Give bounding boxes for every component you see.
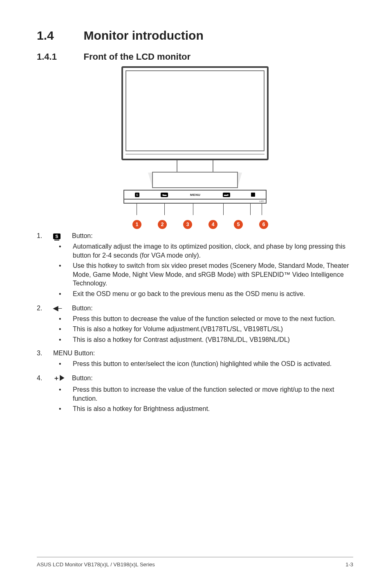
figure: S ◂▬ MENU ▬▸ LED 1 2 3 4	[37, 66, 353, 229]
callout-2: 2	[158, 220, 167, 229]
section-title: Monitor introduction	[83, 29, 203, 43]
panel-button-power-icon	[251, 193, 255, 197]
bullet: Automatically adjust the image to its op…	[59, 242, 353, 260]
subsection-title: Front of the LCD monitor	[83, 52, 191, 62]
list-item: 3. MENU Button: Press this button to ent…	[37, 350, 353, 368]
bullet: Press this button to increase the value …	[59, 385, 353, 403]
bullet: Press this button to enter/select the ic…	[59, 359, 353, 368]
splendid-icon: S	[53, 233, 72, 239]
bullet: This is also a hotkey for Brightness adj…	[59, 404, 353, 413]
item-label: Button:	[72, 375, 93, 382]
item-label: Button:	[72, 232, 93, 240]
callout-4: 4	[208, 220, 217, 229]
plus-right-arrow-icon: ＋▶	[53, 374, 72, 383]
monitor-screen	[126, 70, 264, 151]
button-panel-lower: LED	[123, 200, 267, 204]
callout-lines	[123, 204, 267, 220]
item-number: 4.	[37, 375, 53, 382]
footer-left: ASUS LCD Monitor VB178(x)L / VB198(x)L S…	[37, 561, 155, 568]
panel-button-menu-label: MENU	[189, 193, 202, 197]
callout-6: 6	[259, 220, 268, 229]
bullet: Use this hotkey to switch from six video…	[59, 261, 353, 288]
item-number: 1.	[37, 232, 53, 240]
list-item: 4. ＋▶ Button: Press this button to incre…	[37, 374, 353, 413]
panel-button-right-icon: ▬▸	[223, 193, 230, 197]
monitor-outline	[121, 66, 269, 160]
item-label: Button:	[72, 305, 93, 312]
bullet: Press this button to decrease the value …	[59, 314, 353, 323]
callout-circles: 1 2 3 4 5 6	[123, 220, 267, 229]
button-panel: S ◂▬ MENU ▬▸	[123, 190, 267, 200]
item-number: 2.	[37, 305, 53, 312]
callout-1: 1	[132, 220, 141, 229]
panel-button-left-icon: ◂▬	[161, 193, 168, 197]
callout-3: 3	[183, 220, 192, 229]
bullet: Exit the OSD menu or go back to the prev…	[59, 290, 353, 298]
item-number: 3.	[37, 350, 53, 357]
list-item: 1. S Button: Automatically adjust the im…	[37, 232, 353, 298]
bullet: This is also a hotkey for Volume adjustm…	[59, 325, 353, 334]
list-item: 2. ◀─ Button: Press this button to decre…	[37, 304, 353, 344]
footer-page-number: 1-3	[345, 561, 353, 568]
section-heading: 1.4 Monitor introduction	[37, 29, 353, 43]
button-description-list: 1. S Button: Automatically adjust the im…	[37, 232, 353, 413]
page-footer: ASUS LCD Monitor VB178(x)L / VB198(x)L S…	[37, 557, 353, 568]
subsection-number: 1.4.1	[37, 52, 82, 62]
left-arrow-minus-icon: ◀─	[53, 304, 72, 312]
monitor-stand-base	[152, 172, 238, 188]
monitor-stand-neck	[177, 160, 213, 173]
section-number: 1.4	[37, 29, 82, 43]
subsection-heading: 1.4.1 Front of the LCD monitor	[37, 43, 353, 62]
panel-button-splendid-icon: S	[135, 193, 139, 197]
bullet: This is also a hotkey for Contrast adjus…	[59, 335, 353, 344]
led-label: LED	[259, 200, 264, 202]
callout-5: 5	[234, 220, 243, 229]
item-label: MENU Button:	[53, 350, 95, 357]
monitor-bezel-bottom	[126, 154, 264, 157]
